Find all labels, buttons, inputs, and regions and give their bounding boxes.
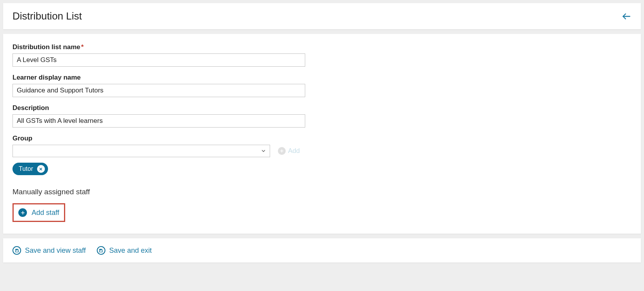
plus-circle-icon [278, 147, 286, 155]
page-title: Distribution List [12, 10, 82, 22]
svg-rect-8 [100, 249, 101, 250]
add-staff-label: Add staff [32, 209, 59, 217]
save-icon [12, 246, 21, 255]
input-description[interactable] [12, 114, 305, 128]
input-learner-display-name[interactable] [12, 84, 305, 97]
save-and-exit-button[interactable]: Save and exit [97, 246, 152, 255]
group-chip-tutor: Tutor [12, 163, 48, 175]
field-learner-display-name: Learner display name [12, 74, 632, 97]
back-arrow-icon[interactable] [621, 11, 632, 21]
plus-circle-icon [18, 208, 27, 217]
add-staff-highlight-box: Add staff [12, 203, 65, 222]
label-text: Distribution list name [12, 43, 80, 51]
chip-remove-icon[interactable] [37, 165, 45, 173]
field-group: Group [12, 135, 632, 175]
label-description: Description [12, 104, 632, 112]
save-icon [97, 246, 105, 255]
svg-rect-7 [16, 249, 17, 250]
form-panel: Distribution list name* Learner display … [3, 34, 641, 234]
save-and-view-staff-button[interactable]: Save and view staff [12, 246, 86, 255]
footer-panel: Save and view staff Save and exit [3, 238, 641, 263]
chip-label: Tutor [19, 165, 33, 172]
required-indicator: * [81, 43, 84, 51]
select-group[interactable] [12, 145, 270, 157]
label-group: Group [12, 135, 632, 142]
add-staff-button[interactable]: Add staff [18, 208, 59, 217]
add-group-button: Add [278, 147, 300, 155]
field-distribution-list-name: Distribution list name* [12, 43, 632, 67]
label-distribution-list-name: Distribution list name* [12, 43, 632, 51]
save-and-exit-label: Save and exit [109, 247, 152, 255]
manually-assigned-staff-heading: Manually assigned staff [12, 188, 632, 196]
add-group-label: Add [288, 147, 300, 155]
label-learner-display-name: Learner display name [12, 74, 632, 82]
field-description: Description [12, 104, 632, 128]
input-distribution-list-name[interactable] [12, 53, 305, 67]
page-header: Distribution List [3, 3, 641, 29]
save-and-view-staff-label: Save and view staff [25, 247, 86, 255]
